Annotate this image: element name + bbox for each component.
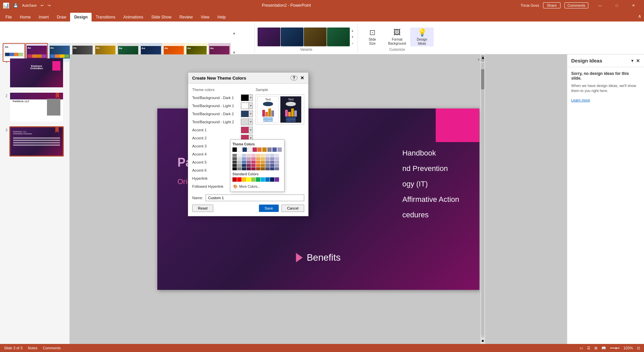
tc-black[interactable] <box>232 147 237 152</box>
tc-light-gray[interactable] <box>248 147 252 152</box>
qa-undo[interactable]: ↩ <box>39 3 45 8</box>
canvas-scroll-top-arrow[interactable]: ▲ <box>477 57 480 61</box>
shade-9-4[interactable] <box>270 164 274 167</box>
qa-redo[interactable]: ↪ <box>46 3 52 8</box>
sc-blue[interactable] <box>265 177 270 182</box>
slide-thumbnail-3[interactable]: 3 ParkDeck, LLCOrientation Overview <box>1 126 68 157</box>
more-colors-button[interactable]: 🎨 More Colors... <box>232 184 282 189</box>
tab-home[interactable]: Home <box>16 13 35 21</box>
shade-6-4[interactable] <box>256 164 260 167</box>
shade-8-2[interactable] <box>265 157 270 160</box>
sc-yellow[interactable] <box>247 177 251 182</box>
design-ideas-button[interactable]: 💡 DesignIdeas <box>410 28 434 46</box>
notes-button[interactable]: Notes <box>28 346 38 350</box>
slide-thumbnail-1[interactable]: 1 EmployeeOrientation <box>1 57 68 89</box>
tc-light-blue-gray[interactable] <box>277 147 282 152</box>
qa-autosave-toggle[interactable]: AutoSave <box>21 3 38 8</box>
variant-1[interactable] <box>258 28 280 46</box>
light2-arrow[interactable]: ▾ <box>249 119 253 125</box>
shade-5-2[interactable] <box>251 157 256 160</box>
shade-8-5[interactable] <box>265 167 270 170</box>
shade-10-4[interactable] <box>275 164 279 167</box>
maximize-button[interactable]: □ <box>609 0 625 11</box>
shade-2-3[interactable] <box>237 161 241 164</box>
tc-gold[interactable] <box>262 147 267 152</box>
shade-10-5[interactable] <box>275 167 279 170</box>
collapse-ribbon-button[interactable]: ∧ <box>638 13 641 19</box>
tc-blue-gray[interactable] <box>272 147 277 152</box>
shade-2-2[interactable] <box>237 157 241 160</box>
tab-help[interactable]: Help <box>213 13 230 21</box>
tc-dark-blue[interactable] <box>243 147 247 152</box>
slide-size-button[interactable]: ⊡ SlideSize <box>361 28 384 46</box>
tab-view[interactable]: View <box>197 13 213 21</box>
shade-8-4[interactable] <box>265 164 270 167</box>
dark1-arrow[interactable]: ▾ <box>249 95 253 101</box>
shade-4-3[interactable] <box>247 161 251 164</box>
shade-6-5[interactable] <box>256 167 260 170</box>
shade-4-5[interactable] <box>247 167 251 170</box>
shade-5-5[interactable] <box>251 167 256 170</box>
save-button[interactable]: Save <box>259 205 279 212</box>
tab-transitions[interactable]: Transitions <box>92 13 119 21</box>
minimize-button[interactable]: — <box>592 0 608 11</box>
view-outline-icon[interactable]: ☰ <box>587 346 590 350</box>
scrollbar-up-btn[interactable]: ▲ <box>481 55 484 62</box>
reset-button[interactable]: Reset <box>192 205 213 212</box>
tc-orange[interactable] <box>257 147 262 152</box>
light2-swatch[interactable]: ▾ <box>241 119 253 125</box>
shade-7-1[interactable] <box>261 154 265 157</box>
shade-9-2[interactable] <box>270 157 274 160</box>
shade-3-2[interactable] <box>242 157 246 160</box>
shade-5-4[interactable] <box>251 164 256 167</box>
light1-swatch[interactable]: ▾ <box>241 102 253 109</box>
dark2-swatch[interactable]: ▾ <box>241 111 253 117</box>
design-panel-close-button[interactable]: ✕ <box>636 58 640 63</box>
shade-2-5[interactable] <box>237 167 241 170</box>
tab-animations[interactable]: Animations <box>119 13 147 21</box>
shade-3-4[interactable] <box>242 164 246 167</box>
shade-9-5[interactable] <box>270 167 274 170</box>
shade-6-2[interactable] <box>256 157 260 160</box>
learn-more-link[interactable]: Learn more <box>571 98 590 102</box>
sc-green[interactable] <box>256 177 260 182</box>
view-sorter-icon[interactable]: ⊞ <box>594 346 597 350</box>
sc-purple[interactable] <box>275 177 279 182</box>
themes-scroll-up[interactable]: ▲ <box>231 24 237 42</box>
shade-5-3[interactable] <box>251 161 256 164</box>
color-picker-popup[interactable]: Theme Colors <box>230 139 284 192</box>
shade-7-5[interactable] <box>261 167 265 170</box>
format-background-button[interactable]: 🖼 FormatBackground <box>385 28 409 46</box>
shade-8-3[interactable] <box>265 161 270 164</box>
variants-scroll-more[interactable]: ≡ <box>350 40 355 46</box>
fit-to-window-button[interactable]: ⊡ <box>637 346 640 350</box>
design-panel-dropdown[interactable]: ▾ <box>631 58 633 63</box>
qa-save[interactable]: 💾 <box>12 3 19 8</box>
scrollbar-track[interactable] <box>481 62 484 336</box>
tab-review[interactable]: Review <box>175 13 197 21</box>
view-normal-icon[interactable]: ▭ <box>580 346 583 350</box>
dark1-swatch[interactable]: ▾ <box>241 94 253 101</box>
cancel-button[interactable]: Cancel <box>281 205 304 212</box>
variants-scroll-down[interactable]: ▼ <box>350 34 355 40</box>
sc-dark-red[interactable] <box>232 177 237 182</box>
shade-1-2[interactable] <box>232 157 237 160</box>
variant-2[interactable] <box>281 28 304 46</box>
tab-slideshow[interactable]: Slide Show <box>147 13 175 21</box>
accent1-arrow[interactable]: ▾ <box>249 127 253 133</box>
shade-4-2[interactable] <box>247 157 251 160</box>
light1-arrow[interactable]: ▾ <box>249 103 253 109</box>
sc-red[interactable] <box>237 177 241 182</box>
sc-light-green[interactable] <box>251 177 256 182</box>
shade-7-2[interactable] <box>261 157 265 160</box>
tab-file[interactable]: File <box>1 13 16 21</box>
shade-3-5[interactable] <box>242 167 246 170</box>
tab-draw[interactable]: Draw <box>53 13 70 21</box>
sc-light-blue[interactable] <box>261 177 265 182</box>
shade-8-1[interactable] <box>265 154 270 157</box>
status-comments-button[interactable]: Comments <box>43 346 61 350</box>
shade-1-3[interactable] <box>232 161 237 164</box>
shade-5-1[interactable] <box>251 154 256 157</box>
shade-4-4[interactable] <box>247 164 251 167</box>
zoom-slider[interactable]: ━━●━ <box>610 346 620 350</box>
